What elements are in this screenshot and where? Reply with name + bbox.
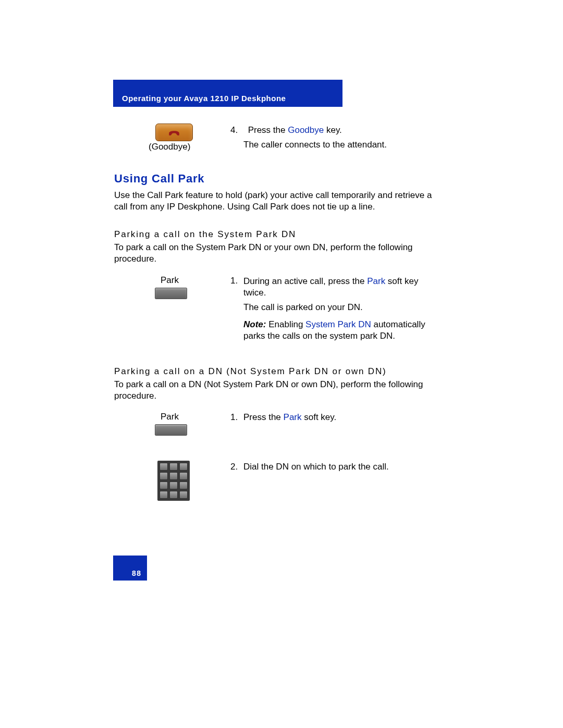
- step-4-sub: The caller connects to the attendant.: [243, 140, 387, 150]
- page: Operating your Avaya 1210 IP Deskphone (…: [0, 0, 563, 728]
- park-link-1: Park: [367, 276, 385, 286]
- note-lead: Note:: [243, 319, 266, 329]
- step-4-num: 4.: [230, 125, 238, 135]
- sub2-step1-pre: Press the: [243, 412, 284, 422]
- softkey-icon: [155, 424, 187, 436]
- goodbye-key-icon: [155, 124, 193, 141]
- section-heading: Using Call Park: [114, 172, 204, 186]
- sub1-heading: Parking a call on the System Park DN: [114, 229, 296, 240]
- sub1-step1: During an active call, press the Park so…: [243, 276, 442, 299]
- sub1-step1-pre: During an active call, press the: [243, 276, 367, 286]
- sub1-para: To park a call on the System Park DN or …: [114, 242, 432, 265]
- keypad-icon: [157, 461, 190, 501]
- goodbye-caption: (Goodbye): [149, 142, 190, 152]
- sub2-step1-num: 1.: [230, 412, 238, 423]
- sub1-note: Note: Enabling System Park DN automatica…: [243, 319, 436, 342]
- system-park-dn-link: System Park DN: [305, 319, 371, 329]
- sub2-step1-post: soft key.: [302, 412, 337, 422]
- sub2-heading: Parking a call on a DN (Not System Park …: [114, 366, 386, 377]
- park-key-label-2: Park: [161, 412, 179, 422]
- sub2-para: To park a call on a DN (Not System Park …: [114, 379, 432, 402]
- sub2-step2: Dial the DN on which to park the call.: [243, 462, 389, 472]
- step-4-pre: Press the: [248, 125, 288, 135]
- step-4: 4. Press the Goodbye key.: [230, 125, 342, 135]
- sub2-step1: Press the Park soft key.: [243, 412, 336, 423]
- step-4-post: key.: [324, 125, 342, 135]
- park-key-label-1: Park: [161, 275, 179, 286]
- sub2-step2-num: 2.: [230, 462, 238, 472]
- handset-icon: [167, 125, 181, 140]
- sub1-step1-sub: The call is parked on your DN.: [243, 302, 363, 313]
- goodbye-link: Goodbye: [288, 125, 324, 135]
- header-title: Operating your Avaya 1210 IP Deskphone: [122, 94, 286, 103]
- footer-bar: [113, 556, 147, 581]
- header-bar: [113, 80, 342, 107]
- sub1-step1-num: 1.: [230, 276, 238, 286]
- park-link-2: Park: [284, 412, 302, 422]
- note-pre: Enabling: [266, 319, 305, 329]
- section-intro: Use the Call Park feature to hold (park)…: [114, 190, 432, 213]
- softkey-icon: [155, 288, 187, 299]
- page-number: 88: [132, 569, 142, 577]
